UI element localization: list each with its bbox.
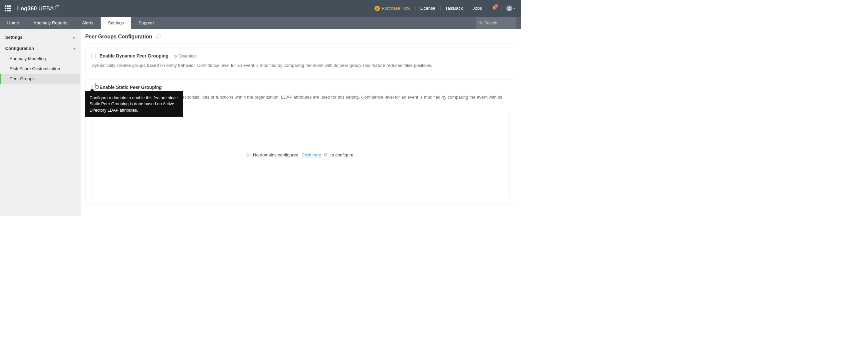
notif-badge: 2: [494, 4, 498, 8]
tab-settings[interactable]: Settings: [101, 17, 131, 29]
settings-sidebar: Settings Configuration Anomaly Modeling …: [0, 29, 81, 216]
dynamic-status-text: Disabled: [179, 53, 196, 58]
tab-support[interactable]: Support: [131, 17, 161, 29]
divider: [468, 6, 468, 11]
cart-icon: [375, 6, 380, 11]
divider: [487, 6, 487, 11]
dynamic-status: ⊘ Disabled: [174, 53, 196, 58]
main-tabs: Home Anomaly Reports Alerts Settings Sup…: [0, 17, 521, 29]
divider: [440, 6, 441, 11]
tab-home[interactable]: Home: [0, 17, 26, 29]
divider: [501, 6, 502, 11]
top-header: Log360 UEBA Purchase Now License TalkBac…: [0, 0, 521, 17]
jobs-link[interactable]: Jobs: [473, 6, 482, 11]
apps-grid-icon[interactable]: [5, 5, 11, 11]
notifications-icon[interactable]: 2: [492, 5, 496, 11]
header-right: Purchase Now License TalkBack Jobs 2 ▼: [375, 5, 516, 11]
chevron-down-icon: ▼: [513, 7, 516, 10]
purchase-now-label: Purchase Now: [381, 6, 410, 11]
sidebar-item-risk-score[interactable]: Risk Score Customization: [0, 64, 81, 74]
purchase-now-link[interactable]: Purchase Now: [375, 6, 410, 11]
info-icon: i: [247, 153, 251, 157]
svg-line-2: [482, 23, 482, 24]
sidebar-section-settings[interactable]: Settings: [0, 32, 81, 43]
sidebar-settings-label: Settings: [5, 35, 23, 40]
no-domain-message: i No domains configured. Click here to c…: [247, 153, 355, 158]
logo-sub: UEBA: [38, 5, 54, 12]
static-label: Enable Static Peer Grouping: [99, 85, 162, 90]
sidebar-configuration-label: Configuration: [5, 46, 34, 51]
talkback-link[interactable]: TalkBack: [445, 6, 463, 11]
svg-point-0: [509, 7, 510, 8]
sidebar-item-anomaly-modeling[interactable]: Anomaly Modeling: [0, 54, 81, 64]
divider: [415, 6, 416, 11]
logo-main: Log360: [18, 5, 37, 12]
sidebar-item-peer-groups[interactable]: Peer Groups: [0, 74, 81, 84]
search-input[interactable]: [485, 21, 513, 25]
configure-domain-link[interactable]: Click here: [302, 153, 321, 158]
static-domains-area: i No domains configured. Click here to c…: [91, 112, 510, 198]
disabled-icon: ⊘: [174, 54, 177, 58]
license-link[interactable]: License: [420, 6, 436, 11]
user-menu[interactable]: ▼: [506, 5, 516, 11]
page-title: Peer Groups Configuration: [86, 34, 152, 40]
logo-arc-icon: [55, 5, 61, 12]
avatar-icon: [506, 5, 513, 11]
product-logo: Log360 UEBA: [18, 5, 61, 12]
dynamic-label: Enable Dynamic Peer Grouping: [99, 53, 168, 58]
svg-point-1: [479, 22, 482, 24]
dynamic-desc: Dynamically creates groups based on enti…: [91, 62, 510, 69]
external-link-icon: [324, 153, 328, 158]
global-search[interactable]: [476, 17, 516, 29]
chevron-down-icon: [73, 46, 75, 51]
chevron-right-icon: [73, 35, 75, 40]
static-tooltip: Configure a domain to enable this featur…: [85, 91, 183, 117]
tooltip-text: Configure a domain to enable this featur…: [90, 95, 178, 112]
dynamic-peer-panel: Enable Dynamic Peer Grouping ⊘ Disabled …: [86, 48, 516, 75]
sidebar-section-configuration[interactable]: Configuration: [0, 43, 81, 54]
enable-dynamic-checkbox[interactable]: [91, 54, 96, 58]
page-title-row: Peer Groups Configuration ?: [86, 32, 516, 44]
main-content: Peer Groups Configuration ? Enable Dynam…: [81, 29, 521, 216]
no-domain-prefix: No domains configured.: [253, 153, 300, 158]
no-domain-suffix: to configure.: [331, 153, 355, 158]
static-peer-panel: Enable Static Peer Grouping Users are pe…: [86, 80, 516, 204]
tab-anomaly-reports[interactable]: Anomaly Reports: [26, 17, 75, 29]
search-icon: [479, 21, 483, 25]
help-icon[interactable]: ?: [156, 34, 161, 39]
tab-alerts[interactable]: Alerts: [75, 17, 101, 29]
